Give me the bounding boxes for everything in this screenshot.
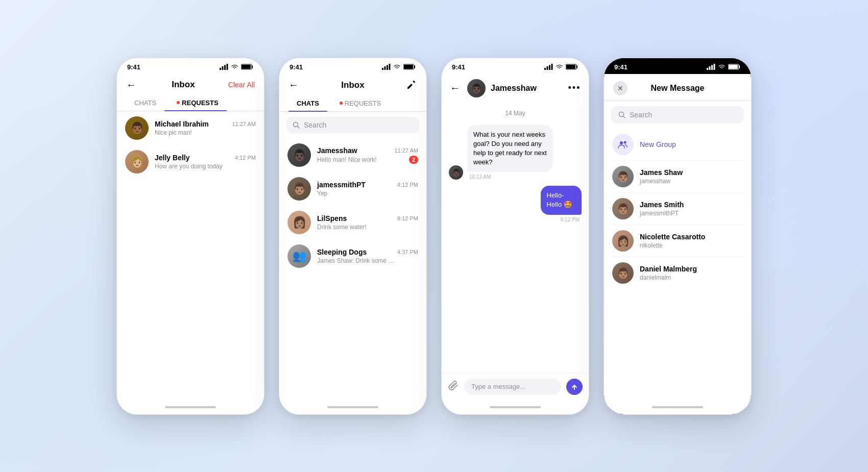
battery-icon-4	[728, 64, 741, 70]
status-bar-2: 9:41	[279, 58, 426, 74]
status-bar-1: 9:41	[117, 58, 264, 74]
tab-requests-1[interactable]: REQUESTS	[164, 95, 227, 111]
chat-content-jamesshaw: Jamesshaw 11:27 AM Hello man! Nice work!…	[317, 146, 418, 164]
message-received-row: 👨🏿 What is your next weeks goal? Do you …	[449, 125, 582, 180]
back-button-2[interactable]: ←	[288, 79, 301, 91]
chat-name-lilspens: LilSpens	[317, 214, 347, 222]
contact-info-daniel: Daniel Malmberg danielmalm	[640, 265, 743, 281]
status-time-1: 9:41	[127, 63, 140, 71]
more-options-button[interactable]: •••	[568, 82, 581, 94]
message-received-bubble: What is your next weeks goal? Do you nee…	[467, 125, 582, 180]
svg-rect-22	[711, 65, 713, 70]
contact-james-smith[interactable]: 👨🏽 James Smith jamessmithPT	[604, 193, 751, 225]
battery-icon-3	[566, 64, 578, 70]
svg-rect-5	[242, 65, 251, 69]
contact-daniel[interactable]: 👨🏽 Daniel Malmberg danielmalm	[604, 257, 751, 289]
signal-icon-2	[382, 64, 391, 70]
svg-line-13	[298, 126, 300, 128]
chat-avatar-jamesshaw: 👨🏿	[467, 79, 486, 97]
chat-time-sleepingdogs: 4:37 PM	[397, 249, 418, 255]
svg-rect-14	[544, 68, 546, 70]
clear-all-button[interactable]: Clear All	[228, 81, 255, 89]
search-placeholder-4: Search	[630, 111, 652, 119]
contact-info-james-smith: James Smith jamessmithPT	[640, 201, 743, 217]
chat-header-name: Jamesshaw	[491, 84, 537, 93]
battery-icon	[241, 64, 254, 70]
contact-james-shaw[interactable]: 👨🏽 James Shaw jamesshaw	[604, 161, 751, 192]
message-sent-container: Hello-Hello 🤩 8:12 PM	[527, 186, 582, 222]
chat-time-jelly: 4:12 PM	[235, 155, 256, 161]
contact-nicolette[interactable]: 👩🏽 Nicolette Casarotto nikolette	[604, 225, 751, 257]
back-button-1[interactable]: ←	[126, 79, 138, 91]
compose-icon	[406, 80, 416, 90]
chat-content-jelly: Jelly Belly 4:12 PM How are you doing to…	[155, 154, 256, 170]
new-msg-search[interactable]: Search	[611, 106, 744, 123]
close-button[interactable]: ✕	[613, 81, 628, 95]
home-indicator-2	[279, 400, 426, 414]
badge-jamesshaw: 2	[409, 156, 418, 164]
search-bar-2[interactable]: Search	[286, 117, 419, 133]
home-bar-2	[327, 406, 378, 408]
back-button-3[interactable]: ←	[450, 82, 462, 94]
chat-name-sleepingdogs: Sleeping Dogs	[317, 248, 367, 256]
svg-rect-17	[551, 64, 553, 70]
new-msg-title: New Message	[628, 84, 728, 93]
status-icons-2	[382, 64, 416, 70]
chat-messages: 14 May 👨🏿 What is your next weeks goal? …	[442, 102, 589, 373]
avatar-msg-jamesshaw: 👨🏿	[449, 165, 463, 180]
tabs-2: CHATS REQUESTS	[279, 95, 426, 112]
contact-name-james-smith: James Smith	[640, 201, 743, 209]
chat-item-jamessmithpt[interactable]: 👨🏽 jamessmithPT 4:12 PM Yep	[279, 172, 426, 206]
tab-chats-2[interactable]: CHATS	[288, 95, 327, 111]
svg-rect-8	[387, 65, 388, 70]
paperclip-icon	[448, 380, 459, 391]
phone-1-header: ← Inbox Clear All	[117, 74, 264, 95]
chat-content-jamessmithpt: jamessmithPT 4:12 PM Yep	[317, 181, 418, 197]
tab-chats-1[interactable]: CHATS	[126, 95, 164, 111]
chat-content-michael: Michael Ibrahim 11:27 AM Nice pic man!	[155, 120, 256, 136]
chat-preview-jamesshaw: Hello man! Nice work!	[317, 156, 377, 163]
message-input-placeholder: Type a message...	[471, 383, 525, 390]
sent-time: 8:12 PM	[561, 217, 582, 222]
compose-button[interactable]	[405, 79, 417, 91]
message-input[interactable]: Type a message...	[464, 379, 561, 394]
phone-4: 9:41	[604, 58, 752, 415]
inbox-title-1: Inbox	[138, 80, 228, 90]
wifi-icon-2	[393, 64, 401, 70]
chat-preview-lilspens: Drink some water!	[317, 223, 367, 231]
date-divider: 14 May	[449, 110, 582, 117]
status-bar-3: 9:41	[442, 58, 589, 74]
svg-rect-6	[382, 68, 383, 70]
svg-rect-25	[729, 65, 738, 69]
attach-button[interactable]	[448, 380, 459, 393]
tab-requests-2[interactable]: REQUESTS	[327, 95, 390, 111]
svg-rect-20	[707, 68, 708, 70]
contact-info-nicolette: Nicolette Casarotto nikolette	[640, 233, 743, 249]
requests-dot-1	[177, 101, 180, 104]
chat-item-jamesshaw[interactable]: 👨🏿 Jamesshaw 11:27 AM Hello man! Nice wo…	[279, 138, 426, 172]
status-icons-1	[220, 64, 254, 70]
new-group-label: New Group	[640, 140, 676, 148]
contact-handle-james-shaw: jamesshaw	[640, 178, 743, 185]
search-placeholder-2: Search	[304, 121, 326, 129]
chat-item-lilspens[interactable]: 👩🏽 LilSpens 8:12 PM Drink some water!	[279, 206, 426, 239]
send-icon	[571, 383, 578, 390]
send-button[interactable]	[566, 379, 583, 395]
new-group-item[interactable]: New Group	[604, 129, 751, 160]
svg-point-29	[624, 141, 626, 143]
avatar-lilspens: 👩🏽	[287, 211, 311, 234]
group-icon	[612, 134, 634, 155]
message-input-bar: Type a message...	[442, 373, 589, 400]
svg-rect-11	[404, 65, 413, 69]
svg-rect-23	[714, 64, 715, 70]
chat-item-michael[interactable]: 👨🏾 Michael Ibrahim 11:27 AM Nice pic man…	[117, 111, 264, 145]
chat-item-jelly[interactable]: 👩🏼 Jelly Belly 4:12 PM How are you doing…	[117, 145, 264, 179]
chat-item-sleepingdogs[interactable]: 👥 Sleeping Dogs 4:37 PM James Shaw: Drin…	[279, 239, 426, 273]
chat-preview-michael: Nice pic man!	[155, 129, 192, 136]
chat-name-jelly: Jelly Belly	[155, 154, 190, 162]
chat-list-2: 👨🏿 Jamesshaw 11:27 AM Hello man! Nice wo…	[279, 138, 426, 400]
home-bar-3	[490, 406, 541, 408]
contact-handle-nicolette: nikolette	[640, 242, 743, 249]
chat-time-jamessmithpt: 4:12 PM	[397, 182, 418, 188]
avatar-james-smith: 👨🏽	[612, 198, 634, 219]
